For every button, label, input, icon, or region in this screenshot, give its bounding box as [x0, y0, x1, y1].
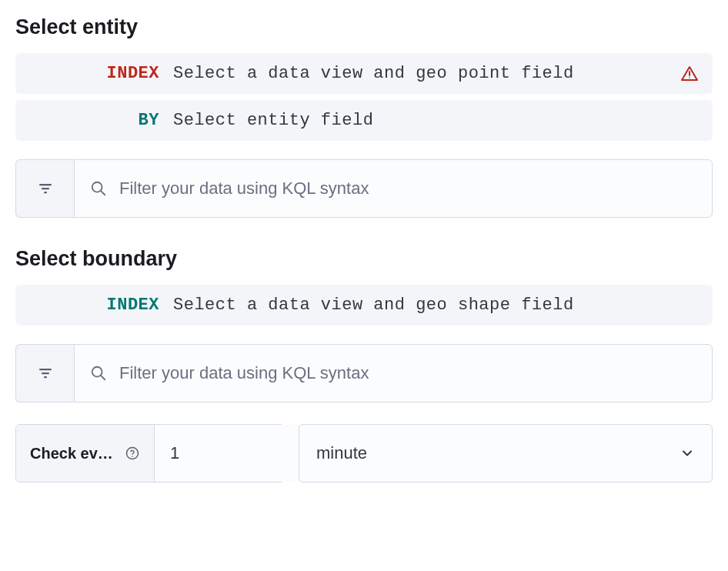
entity-by-placeholder: Select entity field: [173, 111, 697, 130]
check-every-unit-value: minute: [316, 443, 367, 463]
boundary-filter-input-wrap[interactable]: [74, 344, 713, 402]
warning-icon: [680, 65, 699, 83]
filter-icon: [38, 181, 53, 196]
filter-icon: [38, 366, 53, 381]
entity-filter-bar: [15, 159, 713, 218]
svg-point-1: [689, 77, 690, 78]
help-icon[interactable]: [125, 446, 140, 461]
svg-rect-9: [44, 376, 47, 378]
select-entity-title: Select entity: [15, 15, 713, 39]
svg-line-6: [101, 191, 105, 195]
check-every-group: Check every: [15, 424, 285, 483]
svg-rect-3: [42, 188, 49, 189]
search-icon: [90, 365, 107, 382]
svg-rect-7: [39, 369, 52, 370]
entity-index-placeholder: Select a data view and geo point field: [173, 64, 697, 83]
boundary-index-row[interactable]: INDEX Select a data view and geo shape f…: [15, 285, 713, 326]
by-keyword: BY: [31, 111, 173, 130]
search-icon: [90, 180, 107, 197]
boundary-filter-bar: [15, 344, 713, 402]
select-boundary-title: Select boundary: [15, 247, 713, 271]
check-every-label-box: Check every: [16, 425, 155, 482]
index-keyword: INDEX: [31, 296, 173, 315]
svg-line-11: [101, 376, 105, 379]
check-every-label: Check every: [30, 445, 117, 462]
entity-index-row[interactable]: INDEX Select a data view and geo point f…: [15, 53, 713, 94]
filter-toggle-button[interactable]: [15, 344, 74, 402]
entity-filter-input-wrap[interactable]: [74, 159, 713, 218]
svg-point-13: [132, 456, 133, 457]
entity-by-row[interactable]: BY Select entity field: [15, 100, 713, 141]
chevron-down-icon: [680, 446, 695, 461]
check-every-row: Check every minute: [15, 424, 713, 483]
entity-kql-input[interactable]: [119, 160, 696, 217]
svg-rect-8: [42, 372, 49, 374]
svg-rect-2: [39, 184, 52, 185]
boundary-kql-input[interactable]: [119, 345, 696, 402]
boundary-index-placeholder: Select a data view and geo shape field: [173, 296, 697, 315]
filter-toggle-button[interactable]: [15, 159, 74, 218]
index-keyword: INDEX: [31, 64, 173, 83]
svg-rect-4: [44, 192, 47, 193]
check-every-unit-select[interactable]: minute: [299, 424, 713, 483]
